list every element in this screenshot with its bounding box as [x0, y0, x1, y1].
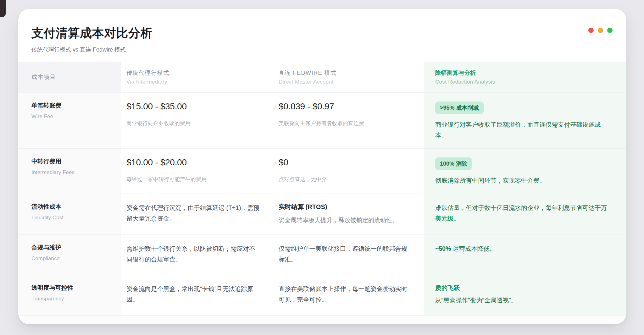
cell-value: 实时结算 (RTGS) [279, 203, 411, 211]
reduction-badge: >95% 成本削减 [435, 102, 484, 114]
analysis-text: ~50% 运营成本降低。 [435, 244, 613, 254]
price-note: 每经过一家中转行可能产生的费用 [126, 176, 261, 183]
analysis-cell: 100% 消除 彻底消除所有中间环节，实现零中介费。 [424, 149, 626, 194]
row-item-subtitle: Compliance [31, 255, 113, 262]
page-subtitle: 传统代理行模式 vs 直连 Fedwire 模式 [31, 46, 613, 53]
fedwire-cell: 实时结算 (RTGS) 资金周转率极大提升，释放被锁定的流动性。 [274, 194, 424, 234]
column-header-cost-item: 成本项目 [18, 62, 121, 92]
traditional-cell: 资金需在代理行沉淀，由于结算延迟 (T+1)，需预留大量冗余资金。 [121, 194, 274, 234]
analysis-emphasis: ~50% [435, 245, 451, 252]
table-row-transparency: 透明度与可控性 Transparency 资金流向是个黑盒，常出现“卡钱”且无法… [18, 275, 626, 315]
table-row-wire-fee: 单笔转账费 Wire Fee $15.00 - $35.00 商业银行向企业收取… [18, 92, 626, 148]
column-header-analysis: 降幅测算与分析 Cost Reduction Analysis [424, 62, 626, 92]
analysis-text: 难以估量，但对于数十亿日流水的企业，每年利息节省可达千万美元级。 [435, 203, 613, 224]
price-value: $0 [279, 157, 411, 168]
analysis-cell: 难以估量，但对于数十亿日流水的企业，每年利息节省可达千万美元级。 [424, 194, 626, 234]
column-header-sublabel: Via Intermediary [126, 79, 261, 85]
close-window-icon[interactable] [588, 28, 594, 33]
analysis-text: 商业银行对客户收取了巨额溢价，而直连仅需支付基础设施成本。 [435, 119, 613, 141]
analysis-cell: >95% 成本削减 商业银行对客户收取了巨额溢价，而直连仅需支付基础设施成本。 [424, 93, 626, 148]
price-value: $10.00 - $20.00 [126, 157, 261, 168]
reduction-badge: 100% 消除 [435, 157, 472, 170]
traditional-cell: $10.00 - $20.00 每经过一家中转行可能产生的费用 [121, 149, 274, 194]
page-title: 支付清算成本对比分析 [31, 25, 613, 41]
fedwire-cell: 直接在美联储账本上操作，每一笔资金变动实时可见，完全可控。 [274, 275, 424, 315]
fedwire-cell: 仅需维护单一美联储接口；遵循统一的联邦合规标准。 [274, 235, 424, 275]
fedwire-cell: $0.039 - $0.97 美联储向主账户持有者收取的直连费 [274, 93, 424, 148]
column-header-sublabel: Direct Master Account [279, 79, 411, 85]
analysis-title: 质的飞跃 [435, 284, 613, 292]
row-item-subtitle: Wire Fee [31, 113, 113, 120]
fedwire-cell: $0 点对点直达，无中介 [274, 149, 424, 194]
analysis-cell: ~50% 运营成本降低。 [424, 235, 626, 275]
price-note: 商业银行向企业收取的费用 [126, 120, 261, 127]
traditional-cell: 需维护数十个银行关系，以防被切断；需应对不同银行的合规审查。 [121, 235, 274, 275]
table-row-intermediary-fees: 中转行费用 Intermediary Fees $10.00 - $20.00 … [18, 148, 626, 194]
comparison-card: 支付清算成本对比分析 传统代理行模式 vs 直连 Fedwire 模式 成本项目… [18, 9, 626, 324]
cell-text: 仅需维护单一美联储接口；遵循统一的联邦合规标准。 [279, 244, 411, 265]
credit-text: 制表: ODAILY ETHAN [542, 323, 613, 324]
row-item-title: 单笔转账费 [31, 102, 113, 110]
traditional-cell: $15.00 - $35.00 商业银行向企业收取的费用 [121, 93, 274, 148]
row-item-cell: 流动性成本 Liquidity Cost [18, 194, 121, 234]
analysis-text-part: 运营成本降低。 [451, 245, 496, 252]
table-row-liquidity-cost: 流动性成本 Liquidity Cost 资金需在代理行沉淀，由于结算延迟 (T… [18, 194, 626, 234]
price-value: $0.039 - $0.97 [279, 102, 411, 112]
row-item-subtitle: Transparency [31, 296, 113, 302]
row-item-cell: 单笔转账费 Wire Fee [18, 93, 121, 148]
row-item-cell: 合规与维护 Compliance [18, 235, 121, 275]
row-item-subtitle: Liquidity Cost [31, 215, 113, 221]
cell-text: 资金需在代理行沉淀，由于结算延迟 (T+1)，需预留大量冗余资金。 [126, 203, 261, 224]
row-item-cell: 中转行费用 Intermediary Fees [18, 149, 121, 194]
column-header-sublabel: Cost Reduction Analysis [435, 79, 613, 85]
analysis-text-part: 难以估量，但对于数十亿日流水的企业，每年利息节省可达 [435, 204, 595, 211]
analysis-text: 彻底消除所有中间环节，实现零中介费。 [435, 175, 613, 186]
column-header-traditional: 传统代理行模式 Via Intermediary [121, 62, 274, 92]
row-item-title: 透明度与可控性 [31, 284, 113, 292]
row-item-cell: 透明度与可控性 Transparency [18, 275, 121, 315]
cell-text: 资金流向是个黑盒，常出现“卡钱”且无法追踪原因。 [126, 284, 261, 305]
column-header-fedwire: 直连 FEDWIRE 模式 Direct Master Account [274, 62, 424, 92]
column-header-label: 直连 FEDWIRE 模式 [279, 69, 411, 77]
window-controls [588, 28, 613, 33]
minimize-window-icon[interactable] [598, 28, 603, 33]
price-note: 点对点直达，无中介 [279, 176, 411, 183]
row-item-subtitle: Intermediary Fees [31, 169, 113, 176]
background-corner-artifact [0, 0, 6, 17]
column-header-label: 降幅测算与分析 [435, 69, 613, 77]
price-value: $15.00 - $35.00 [126, 102, 261, 112]
table-row-compliance: 合规与维护 Compliance 需维护数十个银行关系，以防被切断；需应对不同银… [18, 234, 626, 275]
maximize-window-icon[interactable] [607, 28, 613, 33]
price-note: 美联储向主账户持有者收取的直连费 [279, 120, 411, 127]
analysis-text-part: 。 [454, 215, 460, 222]
card-footer: 制表: ODAILY ETHAN [18, 315, 626, 324]
comparison-table: 成本项目 传统代理行模式 Via Intermediary 直连 FEDWIRE… [18, 62, 626, 315]
row-item-title: 中转行费用 [31, 157, 113, 166]
traditional-cell: 资金流向是个黑盒，常出现“卡钱”且无法追踪原因。 [121, 275, 274, 315]
row-item-title: 合规与维护 [31, 244, 113, 252]
column-header-label: 成本项目 [31, 73, 113, 81]
card-header: 支付清算成本对比分析 传统代理行模式 vs 直连 Fedwire 模式 [18, 9, 626, 62]
cell-text: 需维护数十个银行关系，以防被切断；需应对不同银行的合规审查。 [126, 244, 261, 265]
column-header-label: 传统代理行模式 [126, 69, 261, 77]
table-header-row: 成本项目 传统代理行模式 Via Intermediary 直连 FEDWIRE… [18, 62, 626, 92]
cell-value-note: 资金周转率极大提升，释放被锁定的流动性。 [279, 216, 411, 225]
analysis-cell: 质的飞跃 从“黑盒操作”变为“全局透视”。 [424, 275, 626, 315]
cell-text: 直接在美联储账本上操作，每一笔资金变动实时可见，完全可控。 [279, 284, 411, 305]
analysis-text: 从“黑盒操作”变为“全局透视”。 [435, 295, 613, 306]
row-item-title: 流动性成本 [31, 203, 113, 211]
